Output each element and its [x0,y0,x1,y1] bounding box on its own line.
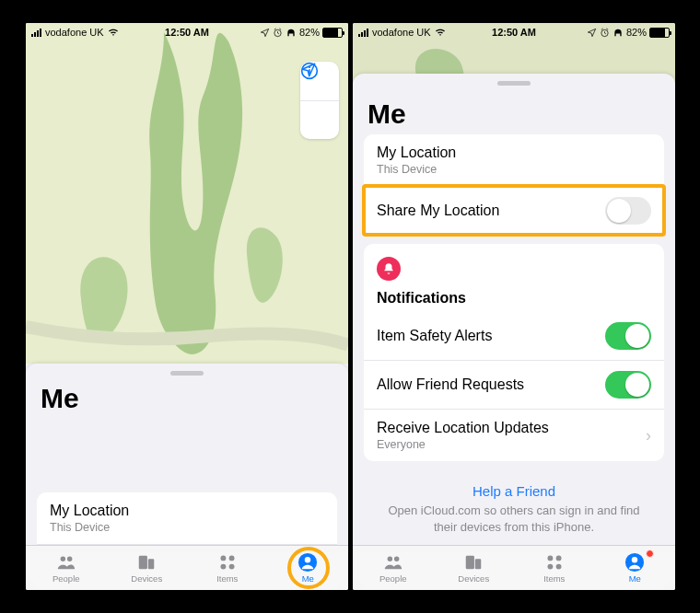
screenshot-left: vodafone UK 12:50 AM 82% Me My Location … [26,23,348,590]
notification-dot [646,549,654,558]
chevron-right-icon: › [646,426,651,445]
receive-updates-row[interactable]: Receive Location Updates Everyone › [364,409,664,461]
tab-me[interactable]: Me [595,546,676,590]
sheet-scroll[interactable]: My Location This Device Share My Locatio… [26,483,348,545]
svg-point-10 [228,564,234,570]
location-card: My Location This Device Share My Locatio… [364,134,664,235]
locate-button[interactable] [300,100,339,139]
svg-point-9 [220,564,226,570]
items-icon [543,552,566,573]
sheet-grabber[interactable] [170,371,204,376]
devices-icon [462,552,484,573]
svg-rect-6 [148,559,154,569]
svg-point-19 [547,564,553,570]
location-card: My Location This Device Share My Locatio… [37,492,337,545]
status-bar: vodafone UK 12:50 AM 82% [26,23,348,41]
people-icon [382,552,404,573]
tab-items[interactable]: Items [187,546,268,590]
svg-rect-5 [139,556,147,570]
my-location-row[interactable]: My Location This Device [37,492,337,544]
my-location-label: My Location [50,503,324,519]
svg-point-17 [547,555,553,561]
help-footer: Help a Friend Open iCloud.com so others … [364,470,664,538]
status-bar: vodafone UK 12:50 AM 82% [353,23,675,41]
allow-friend-row[interactable]: Allow Friend Requests [364,360,664,409]
allow-friend-toggle[interactable] [605,371,651,399]
svg-point-22 [632,557,637,562]
tab-items[interactable]: Items [514,546,595,590]
svg-point-8 [228,555,234,561]
notifications-card: Notifications Item Safety Alerts Allow F… [364,244,664,461]
tab-people[interactable]: People [353,546,434,590]
help-hint: Open iCloud.com so others can sign in an… [382,503,646,535]
sheet-scroll[interactable]: My Location This Device Share My Locatio… [353,125,675,545]
svg-point-18 [555,555,561,561]
tab-people[interactable]: People [26,546,107,590]
share-location-row[interactable]: Share My Location [364,186,664,235]
sheet-title: Me [26,383,348,422]
svg-rect-15 [466,556,474,570]
tab-me[interactable]: Me [268,546,349,590]
people-icon [55,552,77,573]
svg-point-7 [220,555,226,561]
my-location-row[interactable]: My Location This Device [364,134,664,186]
svg-point-20 [555,564,561,570]
tab-devices[interactable]: Devices [434,546,515,590]
devices-icon [135,552,158,573]
map-view[interactable] [26,23,348,364]
items-icon [216,552,239,573]
sheet-grabber[interactable] [497,81,531,86]
clock: 12:50 AM [353,27,675,38]
bell-icon [377,257,401,281]
svg-rect-16 [475,559,481,569]
battery-icon [322,28,343,38]
item-safety-row[interactable]: Item Safety Alerts [364,312,664,360]
me-sheet-expanded[interactable]: Me My Location This Device Share My Loca… [353,74,675,545]
my-location-value: This Device [50,521,324,534]
screenshot-right: vodafone UK 12:50 AM 82% Me My Location … [353,23,675,590]
map-controls [300,62,339,139]
share-location-toggle[interactable] [605,197,651,225]
tab-devices[interactable]: Devices [107,546,188,590]
me-sheet[interactable]: Me My Location This Device Share My Loca… [26,364,348,545]
notifications-header-row: Notifications [364,244,664,312]
tab-bar: People Devices Items Me [353,545,675,590]
clock: 12:50 AM [26,27,348,38]
tab-bar: People Devices Items Me [26,545,348,590]
item-safety-toggle[interactable] [605,322,651,350]
me-icon [297,552,319,573]
help-a-friend-link[interactable]: Help a Friend [382,483,646,499]
svg-point-12 [305,557,310,562]
battery-icon [649,28,670,38]
me-icon [624,552,646,573]
